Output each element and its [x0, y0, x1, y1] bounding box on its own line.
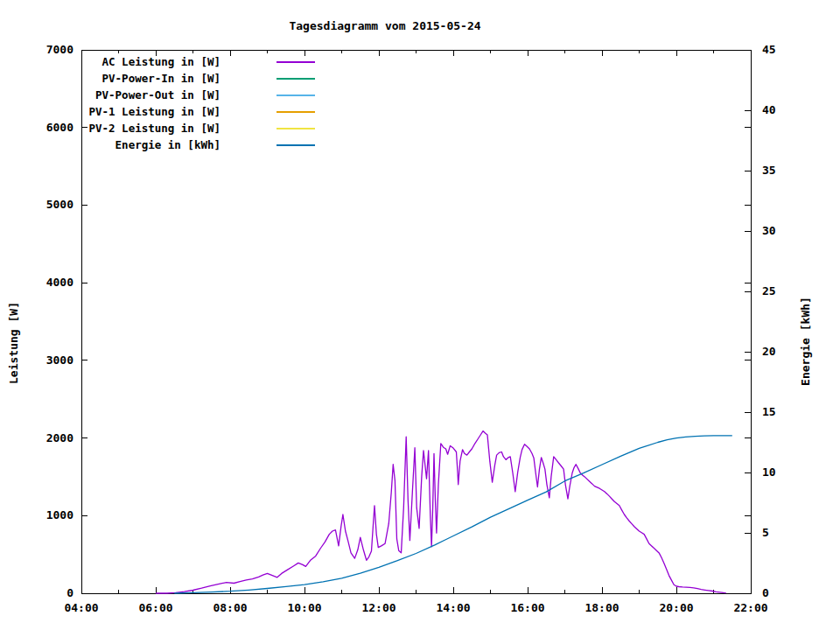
- x-tick-label: 18:00: [584, 601, 619, 614]
- series-energie-in-kwh-: [174, 436, 732, 593]
- gnuplot-chart-window: Tagesdiagramm vom 2015-05-24 Leistung [W…: [0, 0, 840, 630]
- y-right-tick-label: 45: [762, 43, 776, 56]
- y-right-tick-label: 40: [762, 103, 776, 116]
- y-left-axis-title: Leistung [W]: [7, 302, 20, 384]
- legend-label: Energie in [kWh]: [116, 138, 220, 151]
- legend-label: PV-2 Leistung in [W]: [88, 122, 220, 135]
- y-right-tick-label: 5: [762, 526, 769, 539]
- x-tick-label: 14:00: [436, 601, 470, 614]
- x-tick-label: 12:00: [361, 601, 396, 614]
- y-left-tick-label: 1000: [46, 508, 74, 522]
- y-right-tick-label: 35: [762, 164, 776, 177]
- chart-canvas: 04:0006:0008:0010:0012:0014:0016:0018:00…: [0, 0, 840, 630]
- x-tick-label: 10:00: [287, 601, 321, 614]
- x-tick-label: 04:00: [64, 601, 98, 614]
- legend-label: PV-Power-Out in [W]: [95, 88, 220, 102]
- y-left-tick-label: 4000: [46, 276, 74, 289]
- legend-label: AC Leistung in [W]: [102, 55, 220, 68]
- y-left-tick-label: 2000: [46, 431, 74, 444]
- y-right-tick-label: 15: [762, 405, 776, 418]
- legend-label: PV-Power-In in [W]: [102, 72, 220, 85]
- x-tick-label: 20:00: [659, 601, 693, 614]
- x-tick-label: 06:00: [138, 601, 172, 614]
- x-tick-label: 08:00: [213, 601, 247, 614]
- y-right-axis-title: Energie [kWh]: [799, 297, 812, 386]
- x-tick-label: 16:00: [510, 601, 544, 614]
- y-right-tick-label: 0: [762, 586, 769, 599]
- y-left-tick-label: 3000: [46, 354, 74, 367]
- y-right-tick-label: 25: [762, 284, 776, 298]
- y-left-tick-label: 0: [66, 586, 74, 599]
- x-tick-label: 22:00: [733, 601, 767, 614]
- y-left-tick-label: 7000: [46, 43, 74, 56]
- y-right-tick-label: 20: [762, 345, 776, 358]
- series-ac-leistung-in-w-: [156, 431, 726, 593]
- chart-title: Tagesdiagramm vom 2015-05-24: [289, 19, 480, 32]
- y-right-tick-label: 10: [762, 466, 776, 479]
- y-left-tick-label: 5000: [46, 198, 74, 211]
- y-right-tick-label: 30: [762, 224, 776, 237]
- y-left-tick-label: 6000: [46, 121, 74, 134]
- legend-label: PV-1 Leistung in [W]: [88, 105, 220, 118]
